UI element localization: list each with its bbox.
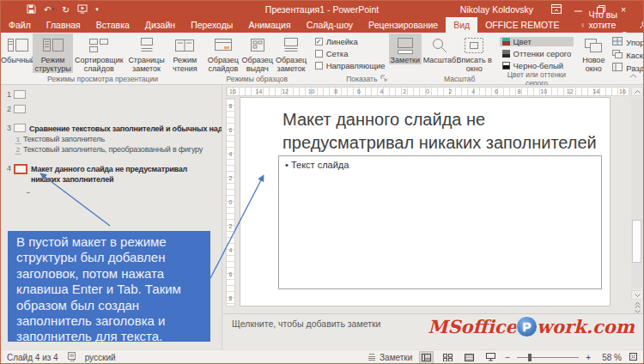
fit-slide-to-window-icon[interactable]	[629, 352, 638, 363]
notes-placeholder-text[interactable]: Щелкните, чтобы добавить заметки	[232, 318, 380, 329]
save-icon[interactable]	[27, 4, 36, 14]
quick-access-toolbar: ↶▾ ↻ ▾	[1, 4, 99, 15]
slide-thumbnail-icon-selected[interactable]	[14, 164, 27, 174]
reading-view-button[interactable]: Режим чтения	[168, 33, 202, 73]
outline-slide-1[interactable]: 1	[3, 90, 222, 99]
color-button[interactable]: Цвет	[500, 37, 574, 46]
spell-check-icon[interactable]	[67, 352, 76, 363]
notes-master-button[interactable]: Образец заметок	[273, 33, 308, 73]
start-slideshow-icon[interactable]	[77, 4, 88, 14]
guides-checkbox[interactable]	[315, 62, 323, 70]
notes-page-icon	[136, 36, 158, 55]
outline-slide-3-sub-1[interactable]: 1 Текстовый заполнитель	[15, 135, 222, 144]
outline-slide-4-title[interactable]: Макет данного слайда не предусматривал н…	[31, 164, 218, 185]
slide-bullet-text[interactable]: Текст слайда	[285, 160, 349, 170]
zoom-out-button[interactable]: −	[505, 353, 510, 362]
slide-title-text[interactable]: Макет данного слайда не предусматривал н…	[283, 108, 616, 155]
slide-indicator[interactable]: Слайд 4 из 4	[7, 353, 58, 362]
split-button[interactable]: Разделить	[610, 63, 644, 73]
magnifier-icon	[428, 36, 451, 55]
gridlines-checkbox-row[interactable]: Сетка	[315, 49, 386, 58]
slideshow-statusbar-button[interactable]	[483, 351, 498, 364]
watermark-text-left: MSoffice	[428, 316, 517, 337]
notes-pane[interactable]: Щелкните, чтобы добавить заметки MSoffic…	[223, 313, 644, 349]
slide-thumbnail-icon[interactable]	[14, 105, 26, 113]
language-indicator[interactable]: русский	[85, 353, 116, 362]
show-dialog-launcher-icon[interactable]	[380, 75, 387, 83]
gridlines-checkbox[interactable]	[315, 50, 323, 58]
slide-thumbnail-icon[interactable]	[14, 90, 26, 99]
new-window-button[interactable]: Новое окно	[579, 33, 608, 73]
watermark: MSoffice P work.com	[428, 316, 635, 337]
notes-toggle-icon	[394, 36, 416, 55]
slide-master-button[interactable]: Образец слайдов	[205, 33, 241, 73]
zoom-button[interactable]: Масштаб	[425, 33, 454, 64]
outline-slide-3-sub-2[interactable]: 2 Текстовый заполнитель, преобразованный…	[15, 145, 222, 155]
powerpoint-window: ↶▾ ↻ ▾ Презентация1 - PowerPoint Nikolay…	[0, 0, 644, 364]
horizontal-ruler[interactable]: 1614121086420246810121416	[226, 87, 629, 96]
normal-view-button[interactable]: Обычный	[3, 33, 33, 64]
ruler-checkbox-row[interactable]: ✓ Линейка	[315, 37, 386, 46]
zoom-slider-thumb[interactable]	[528, 354, 532, 361]
black-white-icon	[502, 62, 510, 70]
grayscale-icon	[502, 50, 510, 58]
guides-checkbox-row[interactable]: Направляющие	[315, 61, 386, 70]
ruler-checkbox[interactable]: ✓	[315, 38, 323, 46]
notes-toggle-button[interactable]: Заметки	[389, 33, 422, 64]
scroll-up-button[interactable]	[631, 87, 643, 96]
outline-slide-3[interactable]: 3 Сравнение текстовых заполнителей и обы…	[3, 124, 222, 134]
outline-slide-4[interactable]: 4 Макет данного слайда не предусматривал…	[3, 164, 222, 185]
slide-sorter-button[interactable]: Сортировщик слайдов	[73, 33, 125, 73]
fit-to-window-button[interactable]: Вписать в окно	[454, 33, 495, 73]
tab-file[interactable]: Файл	[1, 17, 39, 33]
zoom-slider[interactable]	[517, 357, 579, 358]
vertical-scrollbar-track[interactable]	[631, 98, 643, 288]
scroll-down-button[interactable]	[631, 290, 643, 300]
cascade-button[interactable]: Каскадом	[610, 50, 644, 60]
vertical-ruler[interactable]: 864202468	[226, 98, 235, 306]
zoom-in-button[interactable]: +	[586, 353, 591, 362]
black-white-button[interactable]: Черно-белый	[500, 61, 574, 70]
slide-canvas[interactable]: Макет данного слайда не предусматривал н…	[240, 97, 611, 306]
notes-master-icon	[280, 36, 302, 55]
outline-view-button[interactable]: Режим структуры	[33, 33, 73, 73]
collapse-ribbon-icon[interactable]	[629, 66, 637, 82]
undo-icon[interactable]: ↶▾	[44, 4, 54, 15]
tab-review[interactable]: Рецензирование	[361, 17, 446, 33]
customize-qat-icon[interactable]: ▾	[95, 6, 99, 13]
tab-insert[interactable]: Вставка	[88, 17, 137, 33]
outline-slide-2[interactable]: 2	[3, 105, 222, 113]
account-user-name[interactable]: Nikolay Koldovsky	[460, 4, 533, 15]
notes-page-button[interactable]: Страницы заметок	[125, 33, 167, 73]
tab-transitions[interactable]: Переходы	[183, 17, 240, 33]
normal-view-statusbar-button[interactable]	[419, 351, 434, 364]
tell-me-box[interactable]: Что вы хотите сделать?	[573, 17, 641, 33]
vertical-scrollbar-thumb[interactable]	[632, 220, 641, 263]
notes-toggle[interactable]: Заметки	[368, 353, 412, 362]
tab-design[interactable]: Дизайн	[137, 17, 183, 33]
slide-sorter-icon	[88, 36, 110, 55]
handout-master-button[interactable]: Образец выдач	[241, 33, 274, 73]
tab-slideshow[interactable]: Слайд-шоу	[299, 17, 361, 33]
share-button[interactable]: Поделиться	[640, 20, 644, 30]
slide-master-icon	[212, 36, 234, 55]
slide-sorter-statusbar-button[interactable]	[440, 351, 455, 364]
slide-body-placeholder[interactable]: Текст слайда	[278, 155, 602, 289]
slide-thumbnail-icon[interactable]	[14, 124, 26, 132]
tab-animation[interactable]: Анимация	[240, 17, 298, 33]
outline-slide-3-title[interactable]: Сравнение текстовых заполнителей и обычн…	[29, 124, 222, 134]
group-label-color: Цвет или оттенки серого	[498, 73, 576, 84]
tab-home[interactable]: Главная	[39, 17, 88, 33]
redo-icon[interactable]: ↻	[62, 4, 70, 15]
outline-empty-bullet[interactable]	[27, 192, 30, 193]
reading-view-statusbar-button[interactable]	[462, 351, 477, 364]
zoom-percentage[interactable]: 58 %	[598, 353, 622, 362]
minimize-button[interactable]	[568, 1, 590, 17]
grayscale-button[interactable]: Оттенки серого	[500, 49, 574, 58]
previous-slide-button[interactable]	[631, 301, 643, 309]
color-icon	[502, 38, 510, 46]
arrange-all-button[interactable]: Упорядочить все	[610, 37, 644, 47]
tab-view[interactable]: Вид	[446, 17, 477, 33]
ribbon-display-options-icon[interactable]	[545, 1, 568, 17]
tab-office-remote[interactable]: OFFICE REMOTE	[477, 17, 567, 33]
